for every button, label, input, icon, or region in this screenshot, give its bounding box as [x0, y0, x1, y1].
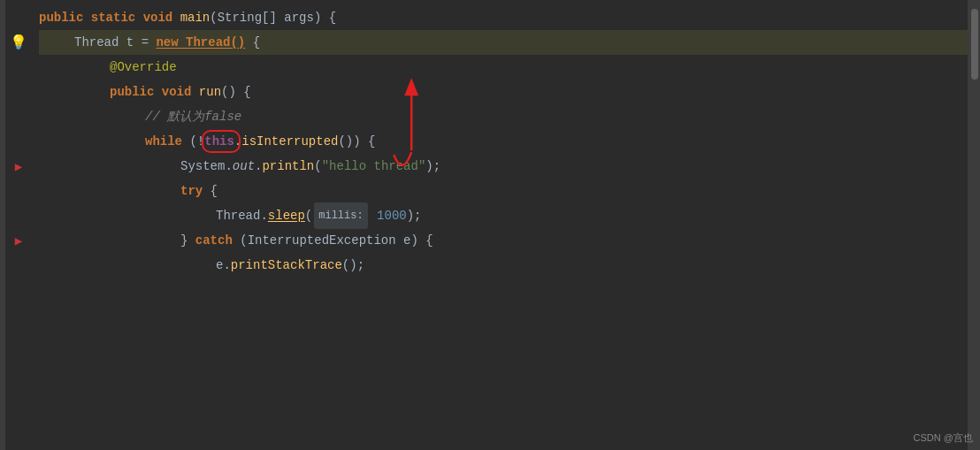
- dot2: .: [225, 154, 232, 179]
- equals: =: [142, 30, 157, 55]
- gutter-icon-2: 💡: [10, 30, 27, 55]
- gutter: 💡 ▶ ▶: [5, 0, 32, 450]
- keyword-void2: void: [162, 80, 199, 104]
- var-t: t: [126, 30, 142, 55]
- string-hello-thread: "hello thread": [322, 154, 426, 179]
- keyword-void: void: [143, 5, 180, 30]
- code-line-10: } catch ( InterruptedException e ) {: [39, 228, 968, 253]
- method-isInterrupted: isInterrupted: [241, 129, 338, 154]
- method-println: println: [262, 154, 314, 179]
- keyword-while: while: [145, 129, 189, 154]
- number-1000: 1000: [377, 203, 407, 228]
- println-close: );: [425, 154, 440, 179]
- dot3: .: [255, 154, 262, 179]
- type-string: String: [218, 5, 262, 30]
- print-parens: ();: [342, 253, 364, 278]
- sleep-paren-close: );: [407, 203, 422, 228]
- method-sleep: sleep: [268, 203, 305, 228]
- code-line-11: e . printStackTrace ();: [39, 253, 968, 278]
- editor: 💡 ▶ ▶ public static void main ( String […: [0, 0, 980, 450]
- var-e: e: [216, 253, 223, 278]
- param-args: args: [284, 5, 314, 30]
- println-paren: (: [314, 154, 321, 179]
- gutter-icon-10: ▶: [15, 228, 22, 253]
- close-brace1: }: [180, 228, 195, 253]
- code-line-3: @Override: [39, 55, 968, 80]
- type-thread: Thread: [74, 30, 126, 55]
- keyword-static: static: [91, 5, 143, 30]
- keyword-try: try: [180, 179, 211, 203]
- method-printStackTrace: printStackTrace: [231, 253, 342, 278]
- sleep-paren-open: (: [305, 203, 312, 228]
- try-brace: {: [211, 179, 218, 203]
- keyword-public: public: [39, 5, 91, 30]
- this-keyword: this: [204, 129, 234, 154]
- keyword-public2: public: [110, 80, 162, 104]
- annotation-override: @Override: [110, 55, 177, 80]
- code-line-8: try {: [39, 179, 968, 203]
- while-paren-close: ()) {: [338, 129, 375, 154]
- dot5: .: [223, 253, 230, 278]
- code-line-2: Thread t = new Thread() {: [39, 30, 968, 55]
- dot4: .: [260, 203, 267, 228]
- bracket: []: [262, 5, 284, 30]
- param-e: e: [403, 228, 410, 253]
- method-run: run: [199, 80, 221, 104]
- method-main: main: [180, 5, 211, 30]
- dot1: .: [234, 129, 241, 154]
- class-system: System: [180, 154, 225, 179]
- comment-default-false: // 默认为: [145, 104, 204, 129]
- code-line-6: while (! this . isInterrupted ()) {: [39, 129, 968, 154]
- paren-open: (: [210, 5, 217, 30]
- space: [370, 203, 377, 228]
- right-scrollbar[interactable]: [968, 0, 980, 450]
- code-content: public static void main ( String [] args…: [32, 0, 968, 450]
- param-hint-millis: millis:: [314, 202, 367, 229]
- code-line-1: public static void main ( String [] args…: [39, 5, 968, 30]
- watermark: CSDN @宫也: [914, 431, 973, 445]
- code-line-5: // 默认为 false: [39, 104, 968, 129]
- code-line-4: public void run () {: [39, 80, 968, 104]
- code-area: 💡 ▶ ▶ public static void main ( String […: [0, 0, 980, 450]
- code-line-9: Thread . sleep ( millis: 1000 );: [39, 203, 968, 228]
- code-line-7: System . out . println ( "hello thread" …: [39, 154, 968, 179]
- keyword-new: new Thread(): [156, 30, 245, 55]
- gutter-icon-7: ▶: [15, 154, 22, 179]
- out: out: [233, 154, 255, 179]
- paren-close: ) {: [314, 5, 336, 30]
- class-thread2: Thread: [216, 203, 260, 228]
- comment-false-italic: false: [204, 104, 241, 129]
- catch-paren-close: ) {: [410, 228, 433, 253]
- class-interrupted-exception: InterruptedException: [248, 228, 403, 253]
- brace-open: {: [245, 30, 260, 55]
- run-parens: () {: [221, 80, 251, 104]
- catch-paren-open: (: [240, 228, 247, 253]
- while-paren-open: (!: [189, 129, 204, 154]
- scroll-thumb[interactable]: [971, 9, 978, 80]
- keyword-catch: catch: [195, 228, 240, 253]
